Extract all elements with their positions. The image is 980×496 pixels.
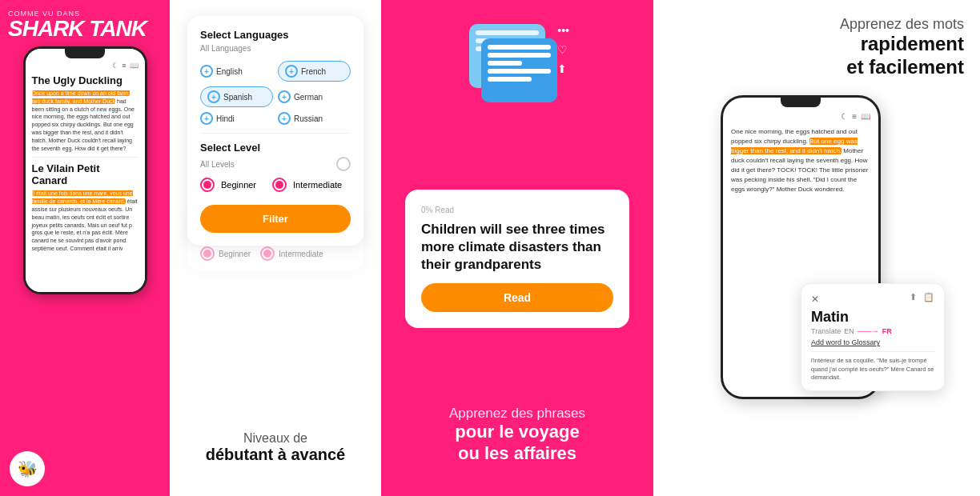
comme-vu-label: Comme vu dans xyxy=(8,10,162,18)
news-line-1 xyxy=(476,30,539,35)
hindi-plus-icon[interactable]: + xyxy=(200,112,213,125)
front-line-3 xyxy=(488,61,522,66)
bg-intermediate-radio[interactable] xyxy=(260,246,275,261)
glossary-link[interactable]: Add word to Glossary xyxy=(811,338,934,346)
panel3-bottom-text: Apprenez des phrases pour le voyage ou l… xyxy=(449,406,585,464)
news-icon-area: ••• ♡ ⬆ xyxy=(465,24,569,112)
story1-highlighted: Once upon a time down on an old farm, tw… xyxy=(32,90,131,104)
story2-highlighted: Il était une fois dans une mare, vous un… xyxy=(32,190,133,204)
front-line-4 xyxy=(488,69,551,74)
panel4-light-text: Apprenez des mots xyxy=(840,16,964,33)
bg-intermediate-row: Intermediate xyxy=(260,246,323,261)
panel3-bold-text: pour le voyage ou les affaires xyxy=(449,422,585,464)
bg-beginner-label: Beginner xyxy=(219,250,251,258)
language-grid: + English + French + Spanish + German + … xyxy=(200,61,351,125)
german-plus-icon[interactable]: + xyxy=(278,90,291,103)
panel4-header: Apprenez des mots rapidement et facileme… xyxy=(840,16,964,79)
beginner-row: Beginner Intermediate xyxy=(200,178,351,192)
panel-shark-tank: Comme vu dans SHARK TANK ☾ ≡ 📖 The Ugly … xyxy=(0,0,170,496)
news-icon-container: ••• ♡ ⬆ xyxy=(465,24,569,112)
spanish-plus-icon[interactable]: + xyxy=(207,90,220,103)
panel-filter: Select Level All Levels Beginner Interme… xyxy=(170,0,381,496)
panel2-bold-text: débutant à avancé xyxy=(206,446,346,464)
main-phone-notch xyxy=(781,98,821,107)
phone-notch-1 xyxy=(65,49,105,58)
bg-beginner-radio[interactable] xyxy=(200,246,215,261)
popup-card: ✕ ⬆ 📋 Matin Translate EN ——→ FR Add word… xyxy=(801,283,945,391)
article-preview: 0% Read Children will see three times mo… xyxy=(405,190,629,328)
lang-french[interactable]: + French xyxy=(278,61,351,82)
select-level-title: Select Level xyxy=(200,142,351,154)
story2-body: était assise sur plusieurs nouveaux oeuf… xyxy=(32,198,138,251)
arrow-icon: ——→ xyxy=(858,327,879,335)
panel3-light-text: Apprenez des phrases xyxy=(449,406,585,422)
popup-share-icon[interactable]: ⬆ xyxy=(910,292,917,302)
share-icon[interactable]: ⬆ xyxy=(557,62,569,75)
book-icon-2: 📖 xyxy=(861,112,870,121)
shark-tank-header: Comme vu dans SHARK TANK xyxy=(8,10,162,40)
bg-beginner-row: Beginner xyxy=(200,246,251,261)
phone-stack: ☾ ≡ 📖 One nice morning, the eggs hatched… xyxy=(705,95,929,415)
read-button[interactable]: Read xyxy=(421,283,613,312)
all-levels-label: All Levels xyxy=(200,160,235,169)
story-body: One nice morning, the eggs hatched and o… xyxy=(731,127,870,194)
popup-close-icon[interactable]: ✕ xyxy=(811,294,819,305)
lang-english[interactable]: + English xyxy=(200,61,273,82)
shark-tank-title: SHARK TANK xyxy=(8,18,162,40)
article-headline: Children will see three times more clima… xyxy=(421,221,613,274)
front-line-5 xyxy=(488,77,532,82)
lang-to: FR xyxy=(882,327,892,335)
lang-hindi[interactable]: + Hindi xyxy=(200,112,273,125)
intermediate-label: Intermediate xyxy=(293,180,342,190)
all-levels-radio[interactable] xyxy=(336,157,351,171)
english-label: English xyxy=(216,67,243,76)
lang-spanish[interactable]: + Spanish xyxy=(200,86,273,107)
filter-card: Select Languages All Languages + English… xyxy=(187,16,363,246)
popup-header: ✕ ⬆ 📋 xyxy=(811,292,934,306)
bee-logo: 🐝 xyxy=(10,451,45,486)
panel-learn: Apprenez des mots rapidement et facileme… xyxy=(653,0,980,496)
translate-label: Translate xyxy=(811,327,841,335)
german-label: German xyxy=(294,93,323,102)
front-line-2 xyxy=(488,53,551,58)
bg-intermediate-label: Intermediate xyxy=(279,250,323,258)
news-card-front xyxy=(481,38,557,102)
russian-plus-icon[interactable]: + xyxy=(278,112,291,125)
front-line-1 xyxy=(488,45,551,50)
book-icon: 📖 xyxy=(130,62,139,70)
popup-divider xyxy=(811,351,934,352)
phone-top-icons-1: ☾ ≡ 📖 xyxy=(32,62,139,70)
filter-button[interactable]: Filter xyxy=(200,205,351,233)
popup-top-icons: ⬆ 📋 xyxy=(910,292,934,302)
beginner-radio[interactable] xyxy=(200,178,215,192)
intermediate-radio[interactable] xyxy=(272,178,287,192)
panel2-light-text: Niveaux de xyxy=(206,431,346,446)
popup-translate-row: Translate EN ——→ FR xyxy=(811,327,934,335)
select-languages-title: Select Languages xyxy=(200,29,351,41)
lang-german[interactable]: + German xyxy=(278,86,351,107)
news-side-icons: ••• ♡ ⬆ xyxy=(557,24,569,75)
panel2-bottom-text: Niveaux de débutant à avancé xyxy=(206,431,346,464)
moon-icon: ☾ xyxy=(112,62,118,70)
lang-russian[interactable]: + Russian xyxy=(278,112,351,125)
russian-label: Russian xyxy=(294,114,323,123)
hindi-label: Hindi xyxy=(216,114,235,123)
french-label: French xyxy=(301,67,326,76)
panel-climate: ••• ♡ ⬆ 0% Read Children will see three … xyxy=(381,0,653,496)
dots-icon[interactable]: ••• xyxy=(557,24,569,37)
progress-text: 0% Read xyxy=(421,206,613,214)
all-languages-label: All Languages xyxy=(200,44,351,53)
popup-copy-icon[interactable]: 📋 xyxy=(923,292,934,302)
heart-icon[interactable]: ♡ xyxy=(557,43,569,56)
lang-from: EN xyxy=(844,327,854,335)
phone-top-bar: ☾ ≡ 📖 xyxy=(731,112,870,121)
story-divider xyxy=(32,157,139,158)
english-plus-icon[interactable]: + xyxy=(200,65,213,78)
french-plus-icon[interactable]: + xyxy=(285,65,298,78)
moon-icon-2: ☾ xyxy=(841,112,848,121)
panel4-bold-text: rapidement et facilement xyxy=(840,33,964,79)
level-section: Select Level All Levels Beginner Interme… xyxy=(200,133,351,192)
story1-title: The Ugly Duckling xyxy=(32,74,139,86)
phone-mockup-1: ☾ ≡ 📖 The Ugly Duckling Once upon a time… xyxy=(23,46,147,294)
story2-text: Il était une fois dans une mare, vous un… xyxy=(32,190,139,252)
